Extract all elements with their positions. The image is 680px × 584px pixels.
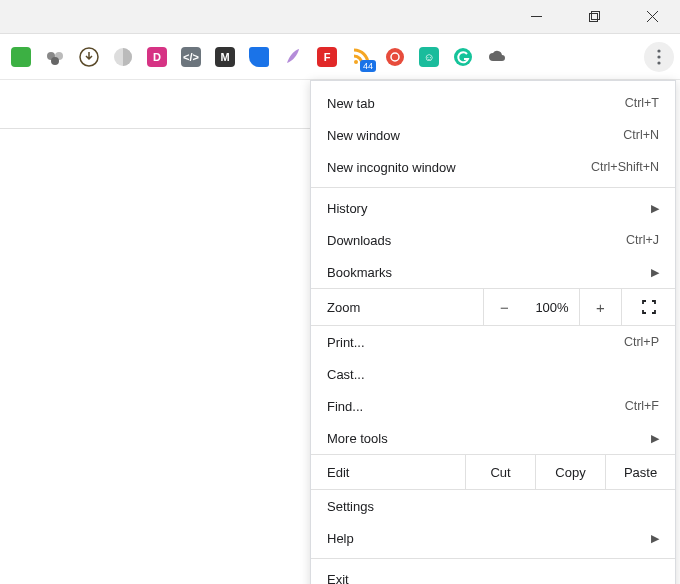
close-button[interactable] bbox=[630, 2, 674, 32]
zoom-out-button[interactable]: − bbox=[483, 289, 525, 325]
menu-item-shortcut: Ctrl+N bbox=[623, 128, 659, 142]
menu-item-label: New window bbox=[327, 128, 623, 143]
menu-item-label: New incognito window bbox=[327, 160, 591, 175]
svg-point-16 bbox=[657, 61, 660, 64]
menu-edit-row: Edit Cut Copy Paste bbox=[311, 454, 675, 490]
mega-icon[interactable]: M bbox=[208, 40, 242, 74]
menu-item-label: Exit bbox=[327, 572, 659, 585]
devtools-icon[interactable]: </> bbox=[174, 40, 208, 74]
menu-item-label: New tab bbox=[327, 96, 625, 111]
page-divider bbox=[0, 128, 310, 129]
grammarly-icon[interactable] bbox=[446, 40, 480, 74]
submenu-arrow-icon: ▶ bbox=[651, 202, 659, 215]
menu-more-tools[interactable]: More tools ▶ bbox=[311, 422, 675, 454]
fullscreen-button[interactable] bbox=[621, 289, 675, 325]
menu-find[interactable]: Find... Ctrl+F bbox=[311, 390, 675, 422]
menu-print[interactable]: Print... Ctrl+P bbox=[311, 326, 675, 358]
menu-item-label: More tools bbox=[327, 431, 647, 446]
menu-item-label: Help bbox=[327, 531, 647, 546]
submenu-arrow-icon: ▶ bbox=[651, 532, 659, 545]
svg-point-7 bbox=[51, 57, 59, 65]
extension-icon[interactable] bbox=[106, 40, 140, 74]
menu-item-label: Downloads bbox=[327, 233, 626, 248]
minimize-button[interactable] bbox=[514, 2, 558, 32]
menu-new-tab[interactable]: New tab Ctrl+T bbox=[311, 87, 675, 119]
window-titlebar bbox=[0, 0, 680, 34]
menu-item-shortcut: Ctrl+T bbox=[625, 96, 659, 110]
menu-bookmarks[interactable]: Bookmarks ▶ bbox=[311, 256, 675, 288]
menu-item-shortcut: Ctrl+J bbox=[626, 233, 659, 247]
menu-item-shortcut: Ctrl+F bbox=[625, 399, 659, 413]
cut-button[interactable]: Cut bbox=[465, 455, 535, 489]
svg-point-14 bbox=[657, 49, 660, 52]
maximize-button[interactable] bbox=[572, 2, 616, 32]
paste-button[interactable]: Paste bbox=[605, 455, 675, 489]
svg-point-10 bbox=[354, 60, 358, 64]
extension-icon[interactable]: ☺ bbox=[412, 40, 446, 74]
extension-icon[interactable] bbox=[38, 40, 72, 74]
svg-point-11 bbox=[386, 48, 404, 66]
svg-rect-2 bbox=[591, 12, 599, 20]
menu-incognito[interactable]: New incognito window Ctrl+Shift+N bbox=[311, 151, 675, 183]
rss-icon[interactable]: 44 bbox=[344, 40, 378, 74]
svg-rect-1 bbox=[589, 14, 597, 22]
extension-icon[interactable]: D bbox=[140, 40, 174, 74]
submenu-arrow-icon: ▶ bbox=[651, 266, 659, 279]
menu-separator bbox=[311, 558, 675, 559]
extension-icon[interactable] bbox=[242, 40, 276, 74]
zoom-label: Zoom bbox=[311, 300, 483, 315]
menu-item-label: Print... bbox=[327, 335, 624, 350]
svg-point-15 bbox=[657, 55, 660, 58]
menu-downloads[interactable]: Downloads Ctrl+J bbox=[311, 224, 675, 256]
menu-cast[interactable]: Cast... bbox=[311, 358, 675, 390]
menu-item-label: Cast... bbox=[327, 367, 659, 382]
menu-history[interactable]: History ▶ bbox=[311, 192, 675, 224]
flipboard-icon[interactable]: F bbox=[310, 40, 344, 74]
extension-icon[interactable] bbox=[4, 40, 38, 74]
feather-icon[interactable] bbox=[276, 40, 310, 74]
chrome-main-menu: New tab Ctrl+T New window Ctrl+N New inc… bbox=[310, 80, 676, 584]
submenu-arrow-icon: ▶ bbox=[651, 432, 659, 445]
zoom-in-button[interactable]: + bbox=[579, 289, 621, 325]
menu-item-label: Find... bbox=[327, 399, 625, 414]
menu-item-label: Bookmarks bbox=[327, 265, 647, 280]
menu-exit[interactable]: Exit bbox=[311, 563, 675, 584]
menu-settings[interactable]: Settings bbox=[311, 490, 675, 522]
edit-label: Edit bbox=[311, 465, 465, 480]
extensions-toolbar: D </> M F 44 ☺ bbox=[0, 34, 680, 80]
menu-button[interactable] bbox=[644, 42, 674, 72]
menu-item-shortcut: Ctrl+P bbox=[624, 335, 659, 349]
zoom-value: 100% bbox=[525, 300, 579, 315]
menu-item-label: Settings bbox=[327, 499, 659, 514]
menu-item-label: History bbox=[327, 201, 647, 216]
menu-separator bbox=[311, 187, 675, 188]
menu-zoom-row: Zoom − 100% + bbox=[311, 288, 675, 326]
rss-badge: 44 bbox=[360, 60, 376, 72]
menu-help[interactable]: Help ▶ bbox=[311, 522, 675, 554]
menu-item-shortcut: Ctrl+Shift+N bbox=[591, 160, 659, 174]
cloud-icon[interactable] bbox=[480, 40, 514, 74]
copy-button[interactable]: Copy bbox=[535, 455, 605, 489]
idm-icon[interactable] bbox=[72, 40, 106, 74]
menu-new-window[interactable]: New window Ctrl+N bbox=[311, 119, 675, 151]
extension-icon[interactable] bbox=[378, 40, 412, 74]
